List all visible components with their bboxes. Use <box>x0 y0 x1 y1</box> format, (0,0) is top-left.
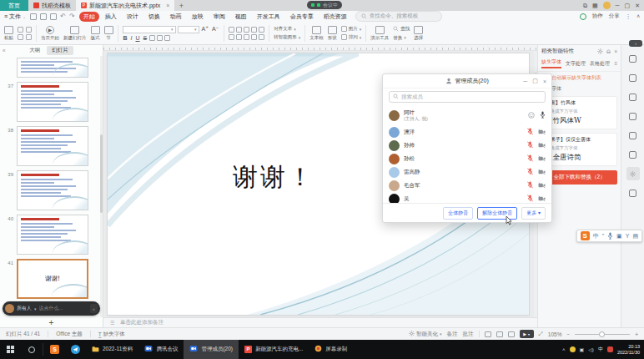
font-family-select[interactable]: ▾ <box>123 26 176 33</box>
thumbnail-item-41[interactable]: 41谢谢! <box>0 259 99 299</box>
ribbon-tab-10[interactable]: 稻壳资源 <box>319 12 351 22</box>
member-row-1[interactable]: 漂洋 <box>389 125 546 139</box>
ribbon-tab-3[interactable]: 切换 <box>144 12 164 22</box>
text-box-button[interactable]: 文本框 <box>309 26 324 41</box>
voice-input-icon[interactable] <box>607 232 613 240</box>
mic-off-icon[interactable] <box>527 181 533 190</box>
dialog-minimize-icon[interactable]: ─ <box>523 78 527 84</box>
mic-on-icon[interactable] <box>540 111 546 119</box>
justify-icon[interactable] <box>251 27 257 33</box>
add-slide-button[interactable]: + <box>0 317 103 327</box>
member-row-5[interactable]: 毛合军 <box>389 179 546 192</box>
camera-off-icon[interactable] <box>538 169 546 176</box>
zoom-level[interactable]: 105% <box>548 331 562 337</box>
format-b-button[interactable]: B <box>123 35 128 41</box>
camera-off-icon[interactable] <box>538 142 546 149</box>
smiley-icon[interactable] <box>528 112 535 119</box>
highlight-button[interactable] <box>164 35 170 41</box>
camera-off-icon[interactable] <box>538 155 546 163</box>
reading-view-icon[interactable] <box>508 331 515 337</box>
camera-off-icon[interactable] <box>538 182 546 190</box>
fit-slide-icon[interactable]: ⤢ <box>539 331 543 337</box>
taskbar-item-4[interactable]: 屏幕录制 <box>309 340 353 359</box>
sorter-view-icon[interactable] <box>496 331 503 337</box>
ime-lang-indicator[interactable]: 中 <box>598 346 603 353</box>
format-painter-icon[interactable] <box>18 34 23 40</box>
thumbnail-item-37[interactable]: 37 <box>0 82 99 122</box>
numbering-icon[interactable] <box>236 34 242 40</box>
download-replace-all-button[interactable]: 全部下载和替换（2） <box>541 170 617 185</box>
layout-grid-icon[interactable]: ▦ <box>592 3 598 8</box>
bullets-icon[interactable] <box>229 34 234 40</box>
zoom-in-button[interactable]: + <box>635 331 638 337</box>
member-row-6[interactable]: 吴 <box>389 192 546 203</box>
share-icon[interactable] <box>626 52 640 65</box>
mic-off-icon[interactable] <box>527 195 533 203</box>
notes-bar[interactable]: ☰ 单击此处添加备注 <box>103 317 537 327</box>
arrange-button[interactable]: 排列▾ <box>341 34 362 40</box>
template-tab[interactable]: 找稻壳模板 <box>28 0 76 11</box>
user-avatar[interactable] <box>603 2 611 9</box>
theme-label[interactable]: Office 主题 <box>56 331 83 338</box>
comment-input[interactable]: 说点什么... <box>39 305 88 312</box>
taskbar-item-2[interactable]: 管理成员(20) <box>184 340 239 359</box>
mic-off-icon[interactable] <box>527 154 533 163</box>
thumbnail-slide[interactable] <box>17 82 88 122</box>
star-icon[interactable] <box>626 90 640 104</box>
assist-tab-2[interactable]: 表格处理 <box>590 60 610 68</box>
member-row-3[interactable]: 孙松 <box>389 152 546 165</box>
select-button[interactable]: 选择 <box>414 26 423 41</box>
member-search-input[interactable]: 搜索成员 <box>389 91 546 103</box>
mic-off-icon[interactable] <box>527 168 533 176</box>
ribbon-tab-9[interactable]: 会员专享 <box>286 12 318 22</box>
tray-window-icon[interactable]: ▣ <box>580 346 585 352</box>
undo-icon[interactable]: ↶ <box>60 13 66 20</box>
assist-menu-icon[interactable]: ≡ <box>614 61 617 66</box>
dialog-close-icon[interactable]: × <box>543 78 546 84</box>
more-button[interactable]: 更多 ▾ <box>521 207 546 220</box>
font-color-button[interactable] <box>149 35 155 41</box>
ribbon-tab-2[interactable]: 设计 <box>123 12 143 22</box>
taskbar-item-3[interactable]: P新能源汽车的充电... <box>239 340 309 359</box>
missing-font-card-0[interactable]: 【案】竹风体替换成下方字体演竹风体W <box>541 96 617 129</box>
smart-graphic-button[interactable]: 转智能图形▾ <box>274 34 300 40</box>
document-tab[interactable]: P 新能源汽车的充电技术.pptx × <box>76 0 174 11</box>
home-tab[interactable]: 首页 <box>0 0 28 11</box>
toolbox-icon[interactable]: Y <box>626 233 630 239</box>
paste-button[interactable]: 粘贴 <box>4 26 13 41</box>
new-slide-button[interactable]: 新建幻灯片 <box>63 26 87 41</box>
layout-button[interactable]: 版式 <box>91 26 100 41</box>
preview-icon[interactable] <box>50 13 57 20</box>
ribbon-tab-8[interactable]: 开发工具 <box>253 12 284 22</box>
clock-icon[interactable] <box>626 129 640 142</box>
tray-clock[interactable]: 20:13 2022/11/30 <box>617 344 640 356</box>
decrease-font-icon[interactable]: A⁻ <box>211 26 219 33</box>
tab-slides[interactable]: 幻灯片 <box>47 46 73 55</box>
align-text-button[interactable]: 对齐文本▾ <box>274 26 300 32</box>
line-spacing-icon[interactable] <box>244 34 249 40</box>
bell-icon[interactable] <box>606 48 611 55</box>
switch-icon[interactable] <box>626 71 640 84</box>
collapse-strip-tab[interactable]: ‹ <box>629 40 642 47</box>
copy-icon[interactable] <box>626 109 640 123</box>
ime-toolbar[interactable]: S 中 ” ▣ Y ▤ <box>576 230 642 242</box>
taskbar-item-1[interactable]: 腾讯会议 <box>138 340 184 359</box>
camera-off-icon[interactable] <box>538 129 546 136</box>
minimize-icon[interactable]: ─ <box>616 3 620 8</box>
start-button[interactable] <box>0 340 21 359</box>
align-center-icon[interactable] <box>236 27 242 33</box>
collapse-panel-icon[interactable]: « <box>3 48 6 53</box>
split-view-icon[interactable]: ⧉ <box>583 3 587 8</box>
align-left-icon[interactable] <box>229 27 234 33</box>
format-u-button[interactable]: U <box>135 35 141 41</box>
thumbnail-slide[interactable] <box>17 126 88 166</box>
mic-off-icon[interactable] <box>527 128 533 136</box>
format-s-button[interactable]: S <box>143 35 148 41</box>
tab-outline[interactable]: 大纲 <box>29 47 40 54</box>
assist-tab-0[interactable]: 缺失字体 <box>541 58 561 68</box>
print-icon[interactable] <box>40 13 47 20</box>
picture-button[interactable]: 图片▾ <box>341 26 362 32</box>
comments-toggle[interactable]: 批注 <box>463 331 474 338</box>
messenger-pinned[interactable] <box>65 340 86 359</box>
cut-icon[interactable] <box>18 27 23 33</box>
